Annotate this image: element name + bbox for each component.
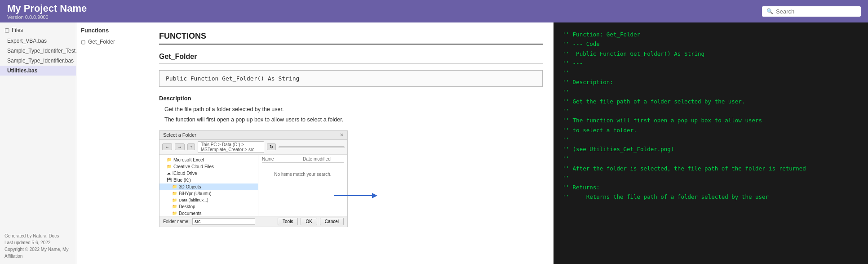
tree-item-creative[interactable]: 📁 Creative Cloud Files — [159, 163, 258, 170]
column-date-header: Date modified — [303, 157, 344, 161]
tree-folder-icon-2: 📁 — [167, 164, 172, 169]
files-checkbox-icon: ▢ — [4, 27, 9, 33]
tree-folder-icon-4: 💾 — [167, 178, 172, 182]
footer-line2: Last updated 5 6, 2022 — [4, 239, 71, 246]
column-name-header: Name — [262, 157, 303, 161]
signature-box: Public Function Get_Folder() As String — [159, 70, 543, 87]
sidebar-item-sample-type-test[interactable]: Sample_Type_Identifer_Test.bas — [0, 46, 76, 56]
tree-item-label-8: Desktop — [179, 204, 195, 209]
sidebar-files-header: ▢ Files — [0, 22, 76, 36]
description-line-1: Get the file path of a folder selected b… — [164, 105, 543, 114]
tree-item-3dobjects[interactable]: 📁 3D Objects — [159, 183, 258, 190]
tree-item-data[interactable]: 📁 Data (lablinux...) — [159, 197, 258, 203]
screenshot-close-icon[interactable]: ✕ — [340, 132, 344, 138]
screenshot-title: Select a Folder — [163, 132, 196, 138]
footer-line3: Copyright © 2022 My Name, My — [4, 246, 71, 253]
nav-back-button[interactable]: ← — [162, 143, 172, 150]
functions-nav-title: Functions — [81, 27, 143, 34]
tree-item-bihypr[interactable]: 📁 BiHYpr (Ubuntu) — [159, 190, 258, 197]
nav-checkbox-icon: ▢ — [81, 39, 85, 45]
page-title: FUNCTIONS — [159, 31, 543, 45]
footer-line1: Generated by Natural Docs — [4, 233, 71, 239]
tree-item-label-9: Documents — [179, 211, 202, 216]
tree-item-label-3: iCloud Drive — [173, 171, 197, 176]
no-match-text: No items match your search. — [262, 172, 344, 177]
sidebar-item-export-vba[interactable]: Export_VBA.bas — [0, 36, 76, 46]
functions-nav-get-folder[interactable]: ▢ Get_Folder — [81, 37, 143, 46]
tree-folder-icon-9: 📁 — [172, 211, 177, 215]
nav-refresh-button[interactable]: ↻ — [267, 143, 276, 150]
tree-item-label-7: Data (lablinux...) — [179, 198, 208, 202]
code-content: '' Function: Get_Folder '' --- Code '' P… — [562, 30, 859, 202]
header: My Project Name Version 0.0.0.9000 🔍 — [0, 0, 868, 22]
tools-button[interactable]: Tools — [278, 218, 298, 225]
function-name: Get_Folder — [159, 53, 543, 64]
search-input[interactable] — [776, 8, 856, 15]
description-title: Description — [159, 95, 543, 102]
tree-item-icloud[interactable]: ☁ iCloud Drive — [159, 170, 258, 177]
tree-folder-icon-6: 📁 — [172, 191, 177, 196]
main-content: FUNCTIONS Get_Folder Public Function Get… — [148, 22, 554, 264]
sidebar-item-utilities[interactable]: Utilities.bas — [0, 66, 76, 76]
tree-item-label-4: Blue (K:) — [173, 178, 191, 183]
screenshot-action-buttons: Tools OK Cancel — [278, 218, 344, 225]
screenshot-address-bar[interactable]: This PC > Data (D:) > MSTemplate_Creator… — [198, 141, 264, 153]
sidebar-files-label: Files — [12, 27, 23, 33]
search-icon: 🔍 — [766, 8, 773, 14]
tree-item-label-2: Creative Cloud Files — [173, 164, 214, 169]
code-panel: '' Function: Get_Folder '' --- Code '' P… — [554, 22, 868, 264]
screenshot-container: Select a Folder ✕ ← → ↑ This PC > Data (… — [159, 130, 348, 227]
tree-item-label: Microsoft Excel — [173, 157, 204, 162]
main-layout: ▢ Files Export_VBA.bas Sample_Type_Ident… — [0, 22, 868, 264]
tree-item-label-5: 3D Objects — [179, 184, 201, 189]
tree-folder-icon-7: 📁 — [172, 198, 177, 202]
cancel-button[interactable]: Cancel — [320, 218, 344, 225]
footer-line4: Affiliation — [4, 253, 71, 260]
folder-name-label: Folder name: — [163, 219, 190, 224]
tree-item-label-6: BiHYpr (Ubuntu) — [179, 191, 212, 196]
sidebar: ▢ Files Export_VBA.bas Sample_Type_Ident… — [0, 22, 76, 264]
tree-folder-icon-5: 📁 — [172, 184, 177, 189]
tree-item-desktop[interactable]: 📁 Desktop — [159, 203, 258, 210]
screenshot-titlebar: Select a Folder ✕ — [159, 131, 347, 140]
search-box: 🔍 — [762, 6, 861, 17]
screenshot-mock: Select a Folder ✕ ← → ↑ This PC > Data (… — [159, 130, 348, 227]
screenshot-column-headers: Name Date modified — [262, 157, 344, 163]
description-line-2: The function will first open a pop up bo… — [164, 116, 543, 124]
screenshot-search-bar[interactable] — [279, 146, 345, 148]
tree-folder-icon-8: 📁 — [172, 204, 177, 209]
nav-forward-button[interactable]: → — [175, 143, 185, 150]
functions-nav-item-label: Get_Folder — [88, 39, 115, 45]
folder-name-input[interactable] — [192, 218, 255, 225]
nav-up-button[interactable]: ↑ — [187, 143, 195, 150]
functions-nav: Functions ▢ Get_Folder — [76, 22, 148, 264]
tree-folder-icon: 📁 — [167, 157, 172, 162]
tree-folder-icon-3: ☁ — [167, 171, 171, 175]
sidebar-footer: Generated by Natural Docs Last updated 5… — [0, 228, 76, 264]
sidebar-item-sample-type-identifier[interactable]: Sample_Type_Identifier.bas — [0, 56, 76, 66]
app-title: My Project Name — [7, 3, 762, 14]
screenshot-toolbar: ← → ↑ This PC > Data (D:) > MSTemplate_C… — [159, 140, 347, 155]
tree-item-excel[interactable]: 📁 Microsoft Excel — [159, 157, 258, 163]
screenshot-footer: Folder name: Tools OK Cancel — [159, 216, 347, 227]
ok-button[interactable]: OK — [301, 218, 317, 225]
app-version: Version 0.0.0.9000 — [7, 14, 762, 20]
tree-item-blue[interactable]: 💾 Blue (K:) — [159, 177, 258, 183]
header-title-block: My Project Name Version 0.0.0.9000 — [7, 3, 762, 20]
folder-name-row: Folder name: — [163, 218, 255, 225]
